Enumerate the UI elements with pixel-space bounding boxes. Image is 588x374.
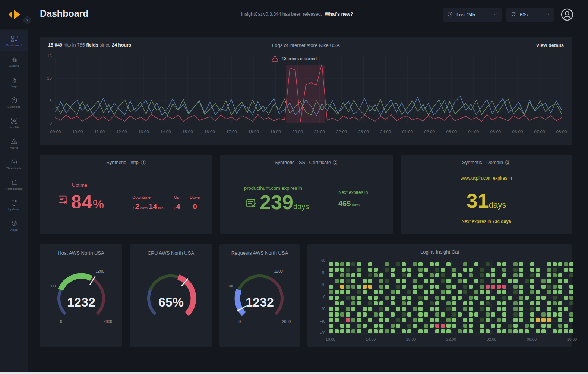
sidebar-item-label: Apps xyxy=(10,228,18,232)
heatmap-cell xyxy=(486,307,490,311)
gauge-card-host-aws-north-usa: Host AWS North USA0500120020001232 xyxy=(40,244,122,347)
heatmap-cell xyxy=(402,268,406,272)
heatmap-cell xyxy=(346,285,350,289)
heatmap-cell xyxy=(329,268,333,272)
heatmap-cell xyxy=(491,312,495,317)
heatmap-cell xyxy=(536,301,540,305)
heatmap-cell xyxy=(486,290,490,294)
notifications-icon xyxy=(10,179,18,186)
heatmap-x-label: 22:00 xyxy=(443,337,459,342)
heatmap-cell xyxy=(530,285,534,289)
heatmap-cell xyxy=(335,301,339,305)
heatmap-cell xyxy=(569,290,573,294)
heatmap-cell xyxy=(513,307,518,311)
heatmap-cell xyxy=(547,262,551,266)
heatmap-cell xyxy=(547,324,551,328)
sidebar-item-synthetic[interactable]: Synthetic xyxy=(0,92,28,113)
ssl-expires-label: producthunt.com expires in xyxy=(244,185,302,191)
heatmap-x-label: 10:00 xyxy=(322,337,339,342)
view-details-link[interactable]: View details xyxy=(536,43,564,48)
heatmap-cell xyxy=(480,307,484,311)
heatmap-cell xyxy=(413,324,417,328)
logins-heatmap-card: Logins Insight Cat 6040200-20-40-6010:00… xyxy=(307,244,572,347)
sidebar-item-label: Alerts xyxy=(10,146,18,150)
heatmap-cell xyxy=(385,318,389,322)
time-range-value: Last 24h xyxy=(456,12,490,18)
heatmap-cell xyxy=(525,296,529,300)
sidebar-item-notifications[interactable]: Notifications xyxy=(0,174,28,195)
heatmap-cell xyxy=(340,290,344,294)
heatmap-cell xyxy=(502,290,506,294)
page-title: Dashboard xyxy=(40,8,89,19)
logs-icon xyxy=(10,76,18,84)
updates-icon xyxy=(10,199,18,207)
heatmap-cell xyxy=(357,296,361,300)
heatmap-x-label: 18:00 xyxy=(403,337,419,342)
heatmap-y-label: 0 xyxy=(310,295,325,299)
whats-new-link[interactable]: What's new? xyxy=(325,12,353,17)
sidebar-item-label: Notifications xyxy=(5,187,22,191)
heatmap-cell xyxy=(502,273,506,277)
heatmap-cell xyxy=(547,273,551,277)
heatmap-cell xyxy=(474,279,478,283)
heatmap-cell xyxy=(525,279,529,283)
sidebar-item-apps[interactable]: Apps xyxy=(0,215,28,236)
heatmap-cell xyxy=(497,324,501,328)
sidebar-collapse-button[interactable]: › xyxy=(23,16,31,24)
arrow-down-icon: ↓ xyxy=(173,205,176,210)
sidebar-item-updates[interactable]: Updates xyxy=(0,195,28,215)
sidebar-item-logs[interactable]: Logs xyxy=(0,72,28,92)
user-avatar[interactable] xyxy=(560,8,574,21)
heatmap-cell xyxy=(424,312,428,317)
heatmap-cell xyxy=(564,296,568,300)
heatmap-cell xyxy=(340,262,344,266)
heatmap-cell xyxy=(446,290,451,294)
heatmap-cell xyxy=(486,301,490,305)
heatmap-cell xyxy=(363,279,367,283)
heatmap-cell xyxy=(486,329,490,333)
heatmap-cell xyxy=(413,318,417,322)
sidebar-item-thresholds[interactable]: Thresholds xyxy=(0,154,28,174)
heatmap-cell xyxy=(340,285,344,289)
sidebar-item-label: Dashboard xyxy=(6,44,22,47)
down-stat: Down 0 xyxy=(190,195,200,211)
heatmap-cell xyxy=(513,279,518,283)
heatmap-cell xyxy=(357,273,361,277)
chevron-down-icon xyxy=(545,12,550,18)
thresholds-icon xyxy=(10,158,18,166)
heatmap-cell xyxy=(418,318,423,322)
heatmap-cell xyxy=(379,273,383,277)
refresh-interval-select[interactable]: 60s xyxy=(506,8,554,22)
heatmap-cell xyxy=(413,285,417,289)
sidebar-item-dashboard[interactable]: Dashboard xyxy=(0,31,28,51)
heatmap-cell xyxy=(407,290,411,294)
sidebar-item-insights[interactable]: Insights xyxy=(0,113,28,133)
heatmap-cell xyxy=(340,329,344,333)
heatmap-cell xyxy=(346,296,350,300)
heatmap-cell xyxy=(497,262,501,266)
gauge-scale-label: 0 xyxy=(238,319,241,324)
heatmap-cell xyxy=(435,307,439,311)
logs-chart-title: Logs of internet store Nike USA xyxy=(40,43,572,48)
sidebar-item-graphs[interactable]: Graphs xyxy=(0,51,28,72)
heatmap-cell xyxy=(407,273,411,277)
app-logo xyxy=(0,0,28,29)
heatmap-cell xyxy=(357,301,361,305)
heatmap-cell xyxy=(486,312,490,317)
heatmap-cell xyxy=(402,273,406,277)
heatmap-cell xyxy=(558,318,562,322)
heatmap-cell xyxy=(385,296,389,300)
heatmap-cell xyxy=(480,285,484,289)
heatmap-cell xyxy=(329,318,333,322)
heatmap-cell xyxy=(502,318,506,322)
gauge-value: 1232 xyxy=(246,295,274,309)
heatmap-cell xyxy=(379,324,383,328)
heatmap-cell xyxy=(452,301,456,305)
heatmap-cell xyxy=(486,318,490,322)
x-axis-label: 09:00 xyxy=(50,129,61,134)
heatmap-cell xyxy=(435,285,439,289)
sidebar-item-alerts[interactable]: Alerts xyxy=(0,133,28,154)
time-range-select[interactable]: Last 24h xyxy=(443,8,502,22)
heatmap-cell xyxy=(508,296,512,300)
heatmap-cell xyxy=(536,268,540,272)
